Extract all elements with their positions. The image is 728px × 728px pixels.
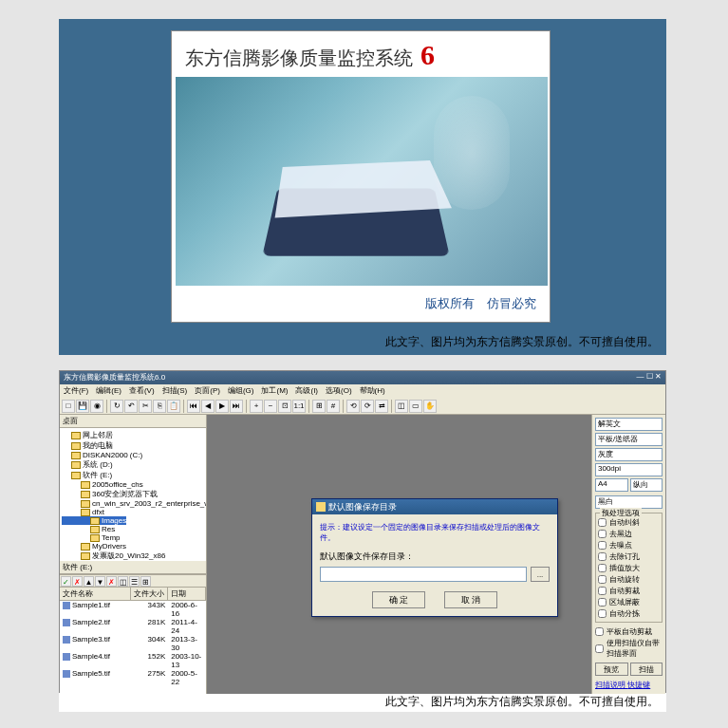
tb-flip-icon[interactable]: ⇄ bbox=[375, 400, 388, 413]
mt-check-icon[interactable]: ✓ bbox=[61, 576, 71, 587]
ocr-lang-combo[interactable]: 解英文 bbox=[595, 418, 663, 431]
tree-item[interactable]: 软件 (E:) bbox=[62, 470, 204, 480]
col-size[interactable]: 文件大小 bbox=[131, 588, 169, 600]
scan-button[interactable]: 扫描 bbox=[630, 663, 663, 676]
papersize-combo[interactable]: A4 bbox=[595, 478, 628, 492]
mini-toolbar[interactable]: ✓ ✗ ▲ ▼ ✗ ◫ ☰ ⊞ bbox=[60, 574, 206, 588]
browse-button[interactable]: ... bbox=[531, 567, 550, 582]
source-combo[interactable]: 平板/送纸器 bbox=[595, 433, 663, 446]
tb-hand-icon[interactable]: ✋ bbox=[423, 400, 437, 413]
list-item[interactable]: Sample4.tif152K2003-10-13 bbox=[60, 652, 206, 669]
tb-last-icon[interactable]: ⏭ bbox=[230, 400, 243, 413]
menu-item[interactable]: 扫描(S) bbox=[162, 385, 188, 397]
preprocess-check[interactable]: 自动剪裁 bbox=[598, 586, 660, 596]
tree-item[interactable]: 系统 (D:) bbox=[62, 459, 204, 470]
tb-actual-icon[interactable]: 1:1 bbox=[292, 400, 306, 413]
list-item[interactable]: Sample5.tif275K2000-5-22 bbox=[60, 669, 206, 686]
menu-item[interactable]: 查看(V) bbox=[129, 385, 155, 397]
list-item[interactable]: Sample2.tif281K2011-4-24 bbox=[60, 618, 206, 635]
list-item[interactable]: Sample3.tif304K2013-3-30 bbox=[60, 635, 206, 652]
mt-list-icon[interactable]: ☰ bbox=[129, 576, 140, 587]
menu-item[interactable]: 加工(M) bbox=[261, 385, 288, 397]
tb-refresh-icon[interactable]: ↻ bbox=[110, 400, 123, 413]
tree-item[interactable]: Images bbox=[62, 516, 126, 525]
menu-item[interactable]: 文件(F) bbox=[64, 385, 88, 397]
preprocess-check[interactable]: 去黑边 bbox=[598, 529, 660, 539]
tb-hash-icon[interactable]: # bbox=[327, 400, 340, 413]
tb-next-icon[interactable]: ▶ bbox=[215, 400, 229, 413]
mt-grid-icon[interactable]: ⊞ bbox=[140, 576, 151, 587]
titlebar[interactable]: 东方信腾影像质量监控系统6.0 — ☐ ✕ bbox=[60, 371, 665, 384]
menu-item[interactable]: 高级(I) bbox=[295, 385, 318, 397]
preprocess-check[interactable]: 自动旋转 bbox=[598, 574, 660, 585]
tb-select-icon[interactable]: ▭ bbox=[409, 400, 422, 413]
tb-disk-icon[interactable]: ◉ bbox=[90, 400, 103, 413]
flat-autocrop-check[interactable]: 平板自动剪裁 bbox=[595, 626, 663, 637]
menu-item[interactable]: 页面(P) bbox=[195, 385, 220, 397]
preprocess-check[interactable]: 自动纠斜 bbox=[598, 517, 660, 528]
tree-item[interactable]: cn_win_srv_2003_r2_enterprise_with_sp2 bbox=[62, 499, 204, 508]
tree-item[interactable]: dfxt bbox=[62, 508, 204, 516]
tb-new-icon[interactable]: □ bbox=[62, 400, 75, 413]
mt-del-icon[interactable]: ✗ bbox=[106, 576, 117, 587]
dialog-titlebar[interactable]: 默认图像保存目录 bbox=[312, 499, 557, 514]
col-name[interactable]: 文件名称 bbox=[60, 588, 131, 600]
shortcut-link[interactable]: 快捷键 bbox=[627, 681, 650, 689]
preprocess-check[interactable]: 区域屏蔽 bbox=[598, 597, 660, 607]
tb-zoomin-icon[interactable]: + bbox=[250, 400, 263, 413]
tree-item[interactable]: 发票版20_Win32_x86 bbox=[62, 551, 204, 561]
preview-button[interactable]: 预览 bbox=[595, 663, 628, 676]
tree-item[interactable]: 网上邻居 bbox=[62, 430, 204, 440]
preprocess-check[interactable]: 去除订孔 bbox=[598, 551, 660, 562]
tb-paste-icon[interactable]: 📋 bbox=[167, 400, 180, 413]
tb-crop-icon[interactable]: ◫ bbox=[395, 400, 408, 413]
tree-item[interactable]: Temp bbox=[62, 533, 204, 542]
scan-help-link[interactable]: 扫描说明 bbox=[595, 681, 625, 689]
tb-undo-icon[interactable]: ↶ bbox=[124, 400, 138, 413]
tb-prev-icon[interactable]: ◀ bbox=[201, 400, 215, 413]
window-controls[interactable]: — ☐ ✕ bbox=[637, 372, 662, 383]
tree-item[interactable]: 360安全浏览器下载 bbox=[62, 489, 204, 499]
preprocess-check[interactable]: 插值放大 bbox=[598, 563, 660, 573]
menu-item[interactable]: 编组(G) bbox=[228, 385, 254, 397]
mt-view-icon[interactable]: ◫ bbox=[118, 576, 128, 587]
mt-x-icon[interactable]: ✗ bbox=[72, 576, 83, 587]
tb-zoomout-icon[interactable]: − bbox=[264, 400, 277, 413]
list-header[interactable]: 文件名称 文件大小 日期 bbox=[60, 588, 206, 601]
tree-item[interactable]: 我的电脑 bbox=[62, 440, 204, 451]
toolbar[interactable]: □ 💾 ◉ ↻ ↶ ✂ ⎘ 📋 ⏮ ◀ ▶ ⏭ + − ⊡ 1:1 ⊞ # ⟲ … bbox=[60, 398, 665, 415]
image-viewer[interactable]: 默认图像保存目录 提示：建议设定一个固定的图像目录来保存扫描或处理后的图像文件。… bbox=[207, 415, 591, 694]
tree-item[interactable]: MyDrivers bbox=[62, 542, 204, 551]
menubar[interactable]: 文件(F)编辑(E)查看(V)扫描(S)页面(P)编组(G)加工(M)高级(I)… bbox=[60, 384, 665, 398]
native-ui-check[interactable]: 使用扫描仪自带扫描界面 bbox=[595, 638, 663, 659]
help-links[interactable]: 扫描说明 快捷键 bbox=[595, 680, 663, 690]
file-list[interactable]: Sample1.tif343K2006-6-16Sample2.tif281K2… bbox=[60, 601, 206, 694]
colormode-combo[interactable]: 灰度 bbox=[595, 448, 663, 461]
menu-item[interactable]: 选项(O) bbox=[326, 385, 352, 397]
tree-item[interactable]: Res bbox=[62, 525, 204, 533]
ok-button[interactable]: 确 定 bbox=[372, 591, 425, 608]
save-dir-input[interactable] bbox=[320, 567, 527, 582]
menu-item[interactable]: 帮助(H) bbox=[360, 385, 385, 397]
tree-item[interactable]: 2005office_chs bbox=[62, 480, 204, 489]
preprocess-check[interactable]: 自动分拣 bbox=[598, 608, 660, 619]
bw-combo[interactable]: 黑白 bbox=[595, 495, 663, 509]
mt-up-icon[interactable]: ▲ bbox=[84, 576, 94, 587]
col-date[interactable]: 日期 bbox=[168, 588, 206, 600]
list-item[interactable]: Sample1.tif343K2006-6-16 bbox=[60, 601, 206, 618]
tb-fit-icon[interactable]: ⊡ bbox=[278, 400, 291, 413]
tb-copy-icon[interactable]: ⎘ bbox=[153, 400, 166, 413]
tb-rotl-icon[interactable]: ⟲ bbox=[346, 400, 360, 413]
cancel-button[interactable]: 取 消 bbox=[444, 591, 497, 608]
tb-save-icon[interactable]: 💾 bbox=[76, 400, 89, 413]
preprocess-check[interactable]: 去噪点 bbox=[598, 540, 660, 551]
mt-down-icon[interactable]: ▼ bbox=[95, 576, 105, 587]
orient-combo[interactable]: 纵向 bbox=[630, 478, 663, 492]
folder-tree[interactable]: 网上邻居我的电脑DISKAN2000 (C:)系统 (D:)软件 (E:)200… bbox=[60, 428, 206, 561]
tree-item[interactable]: DISKAN2000 (C:) bbox=[62, 451, 204, 459]
tb-first-icon[interactable]: ⏮ bbox=[187, 400, 200, 413]
tb-rotr-icon[interactable]: ⟳ bbox=[361, 400, 374, 413]
tb-grid-icon[interactable]: ⊞ bbox=[312, 400, 326, 413]
menu-item[interactable]: 编辑(E) bbox=[96, 385, 121, 397]
tb-cut-icon[interactable]: ✂ bbox=[139, 400, 152, 413]
